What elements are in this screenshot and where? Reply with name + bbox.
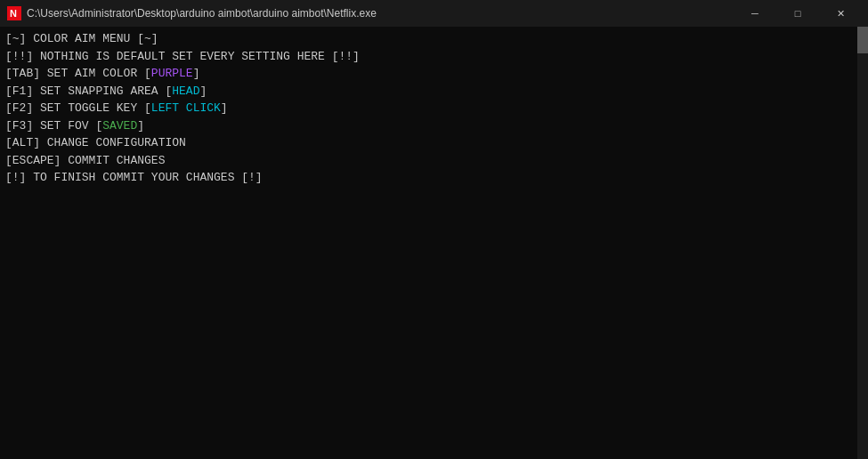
window-title: C:\Users\Administrator\Desktop\arduino a… [27, 7, 377, 20]
console-line: [ESCAPE] COMMIT CHANGES [5, 152, 863, 170]
console-line: [!] TO FINISH COMMIT YOUR CHANGES [!] [5, 169, 863, 187]
console-line: [ALT] CHANGE CONFIGURATION [5, 134, 863, 152]
console-line: [~] COLOR AIM MENU [~] [5, 30, 863, 48]
close-button[interactable]: ✕ [820, 0, 861, 27]
svg-text:N: N [10, 8, 17, 19]
title-bar: N C:\Users\Administrator\Desktop\arduino… [0, 0, 868, 27]
console-line: [TAB] SET AIM COLOR [PURPLE] [5, 65, 863, 83]
console-line: [!!] NOTHING IS DEFAULT SET EVERY SETTIN… [5, 48, 863, 66]
scrollbar[interactable] [857, 27, 868, 459]
console-area: [~] COLOR AIM MENU [~][!!] NOTHING IS DE… [0, 27, 868, 459]
console-line: [F1] SET SNAPPING AREA [HEAD] [5, 83, 863, 101]
minimize-button[interactable]: ─ [734, 0, 775, 27]
console-line: [F3] SET FOV [SAVED] [5, 117, 863, 135]
console-output: [~] COLOR AIM MENU [~][!!] NOTHING IS DE… [5, 30, 863, 187]
app-icon: N [7, 6, 21, 20]
maximize-button[interactable]: □ [777, 0, 818, 27]
title-bar-left: N C:\Users\Administrator\Desktop\arduino… [7, 6, 377, 20]
title-bar-controls: ─ □ ✕ [734, 0, 861, 27]
scrollbar-thumb[interactable] [857, 27, 868, 53]
console-line: [F2] SET TOGGLE KEY [LEFT CLICK] [5, 100, 863, 117]
